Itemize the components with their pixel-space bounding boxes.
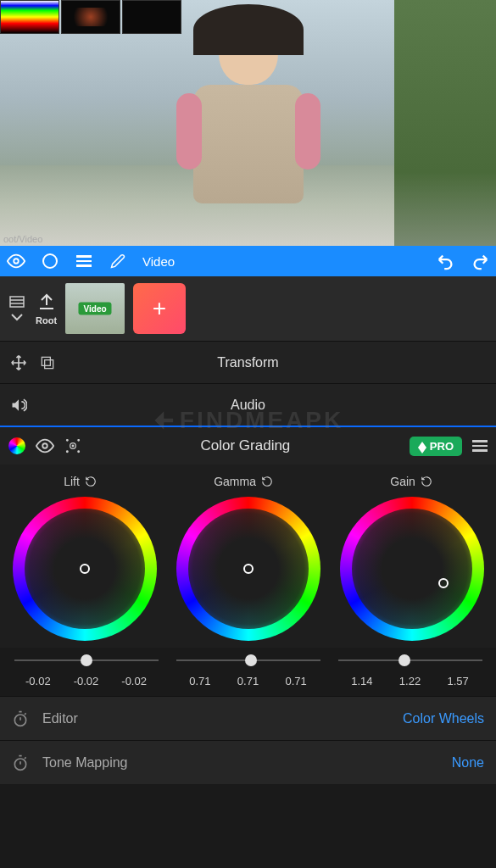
sliders-row [0,648,496,666]
value-readout: 0.71 [285,675,306,687]
slider-gain[interactable] [338,659,482,661]
svg-point-0 [14,259,19,264]
value-readout: 0.71 [237,675,259,687]
wheel-label-gamma[interactable]: Gamma [214,475,273,488]
wheel-indicator[interactable] [438,578,449,588]
wheel-indicator[interactable] [80,564,90,574]
circle-icon[interactable] [41,252,59,270]
settings-value[interactable]: None [452,755,484,771]
svg-rect-6 [42,357,50,365]
color-wheels-panel: Lift Gamma Gain [0,465,496,648]
upload-icon [36,292,57,312]
speaker-icon[interactable] [10,397,27,414]
eye-icon[interactable] [7,252,25,270]
scope-parade [0,0,59,34]
values-gain: 1.141.221.57 [338,675,482,687]
svg-point-1 [43,254,57,268]
slider-thumb[interactable] [245,654,257,666]
slider-lift[interactable] [14,659,159,661]
root-button[interactable]: Root [36,292,57,326]
menu-icon[interactable] [472,440,488,452]
audio-label: Audio [75,398,421,413]
color-grading-header: Color Grading PRO [0,426,496,465]
scopes-overlay [0,0,181,34]
value-readout: 1.14 [351,675,372,687]
value-readout: -0.02 [25,675,51,687]
settings-label: Editor [42,711,78,726]
pencil-icon[interactable] [109,252,127,270]
svg-point-12 [67,451,69,453]
chevron-down-icon[interactable] [10,313,24,321]
slider-thumb[interactable] [81,654,92,666]
svg-rect-2 [10,297,24,307]
main-toolbar: Video [0,246,496,276]
plus-icon: + [153,295,166,322]
move-icon[interactable] [10,354,27,371]
slider-gamma[interactable] [176,659,320,661]
value-readout: 1.22 [399,675,421,687]
svg-point-13 [78,451,80,453]
settings-row-editor[interactable]: Editor Color Wheels [0,696,496,740]
reset-icon[interactable] [85,476,97,487]
align-icon[interactable] [9,296,25,308]
diamond-icon [418,437,426,448]
pro-label: PRO [430,440,454,453]
pro-badge[interactable]: PRO [410,437,462,456]
stopwatch-icon[interactable] [12,710,29,727]
audio-section-header[interactable]: Audio [0,383,496,426]
value-readout: 0.71 [189,675,210,687]
video-preview[interactable]: oot/Video [0,0,496,246]
reset-icon[interactable] [421,476,432,487]
preview-path-label: oot/Video [3,234,42,244]
value-readout: 1.57 [447,675,468,687]
track-row: Root Video + [0,276,496,341]
add-clip-button[interactable]: + [133,283,186,334]
value-readout: -0.02 [74,675,99,687]
svg-point-10 [67,440,69,442]
settings-label: Tone Mapping [42,755,128,771]
preview-subject [164,17,333,237]
color-wheel-icon[interactable] [8,437,25,454]
scope-waveform [61,0,120,34]
transform-label: Transform [75,355,421,370]
video-thumb-label: Video [79,303,112,315]
wheel-label-gain[interactable]: Gain [390,475,432,488]
target-icon[interactable] [64,437,81,454]
copy-icon[interactable] [39,354,56,371]
slider-thumb[interactable] [398,654,410,666]
color-wheel-gain[interactable] [340,497,484,641]
wheel-indicator[interactable] [243,564,254,574]
transform-section-header[interactable]: Transform [0,341,496,383]
undo-icon[interactable] [437,252,455,270]
clip-name-label: Video [142,254,175,269]
values-gamma: 0.710.710.71 [176,675,320,687]
color-wheel-gamma[interactable] [176,497,320,641]
svg-point-9 [72,445,74,447]
settings-row-tone-mapping[interactable]: Tone Mapping None [0,740,496,784]
values-lift: -0.02-0.02-0.02 [14,675,159,687]
svg-rect-5 [45,359,53,368]
video-clip-thumbnail[interactable]: Video [65,283,125,334]
wheel-label-lift[interactable]: Lift [64,475,97,488]
eye-visibility-icon[interactable] [36,437,54,455]
value-readout: -0.02 [121,675,147,687]
color-grading-title: Color Grading [92,437,399,454]
svg-point-7 [42,443,47,448]
values-row: -0.02-0.02-0.020.710.710.711.141.221.57 [0,666,496,696]
root-label: Root [36,315,57,326]
svg-point-11 [78,440,80,442]
menu-icon[interactable] [75,252,93,270]
stopwatch-icon[interactable] [12,754,29,771]
reset-icon[interactable] [261,476,273,487]
settings-value[interactable]: Color Wheels [403,711,484,726]
color-wheel-lift[interactable] [13,497,157,641]
redo-icon[interactable] [471,252,489,270]
